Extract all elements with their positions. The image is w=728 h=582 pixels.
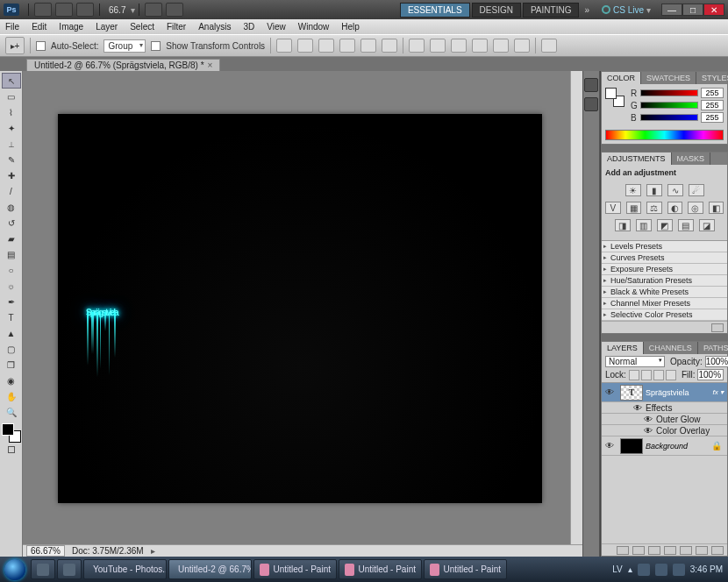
auto-select-mode[interactable]: Group (103, 39, 146, 53)
effect-color-overlay[interactable]: 👁Color Overlay (602, 425, 727, 436)
brightness-icon[interactable]: ☀ (625, 184, 641, 196)
preset-mixer[interactable]: Channel Mixer Presets (602, 298, 727, 309)
workspace-essentials[interactable]: ESSENTIALS (400, 3, 470, 18)
distribute-hcenter-icon[interactable] (493, 39, 509, 53)
distribute-left-icon[interactable] (472, 39, 488, 53)
blend-mode-select[interactable]: Normal (605, 356, 665, 367)
eraser-tool[interactable]: ▰ (2, 231, 21, 246)
quick-mask-icon[interactable] (8, 446, 15, 453)
tab-adjustments[interactable]: ADJUSTMENTS (602, 153, 672, 165)
clock[interactable]: 3:46 PM (690, 565, 723, 574)
show-transform-checkbox[interactable] (151, 41, 161, 51)
new-layer-icon[interactable] (696, 546, 708, 555)
pinned-explorer[interactable] (31, 559, 55, 579)
menu-image[interactable]: Image (59, 22, 83, 32)
menu-filter[interactable]: Filter (167, 22, 186, 32)
tab-channels[interactable]: CHANNELS (644, 342, 698, 354)
foreground-color-swatch[interactable] (2, 423, 14, 436)
history-panel-icon[interactable] (584, 78, 598, 92)
fill-value[interactable]: 100% (697, 369, 724, 380)
color-balance-icon[interactable]: ⚖ (646, 202, 662, 214)
effect-outer-glow[interactable]: 👁Outer Glow (602, 414, 727, 425)
hand-tool[interactable]: ✋ (2, 388, 21, 404)
document-canvas[interactable]: Sprägstviela (58, 114, 542, 503)
align-right-icon[interactable] (382, 39, 397, 53)
document-tab[interactable]: Untitled-2 @ 66.7% (Sprägstviela, RGB/8)… (26, 59, 220, 71)
volume-icon[interactable] (673, 564, 685, 576)
lock-all-icon[interactable] (666, 370, 676, 380)
arrange-docs-icon[interactable] (166, 3, 183, 17)
move-tool-icon[interactable]: ▸+ (5, 37, 25, 54)
visibility-icon[interactable]: 👁 (602, 441, 617, 451)
language-indicator[interactable]: LV (612, 564, 623, 574)
pinned-app[interactable] (57, 559, 82, 579)
tray-up-icon[interactable]: ▴ (628, 564, 632, 574)
posterize-icon[interactable]: ▥ (636, 219, 652, 231)
exposure-icon[interactable]: ☄ (689, 184, 704, 196)
bridge-icon[interactable] (34, 3, 52, 17)
r-value[interactable]: 255 (701, 88, 724, 98)
crop-tool[interactable]: ⟂ (2, 136, 21, 152)
menu-3d[interactable]: 3D (243, 22, 254, 32)
task-photoshop[interactable]: Untitled-2 @ 66.7%... (168, 559, 252, 579)
distribute-bottom-icon[interactable] (451, 39, 467, 53)
minibridge-icon[interactable] (55, 3, 73, 17)
layer-thumbnail[interactable]: T (620, 385, 643, 401)
cs-live-button[interactable]: CS Live▾ (602, 5, 651, 15)
align-left-icon[interactable] (339, 39, 355, 53)
task-youtube[interactable]: YouTube - Photos... (83, 559, 167, 579)
gradient-map-icon[interactable]: ▤ (678, 219, 694, 231)
shape-tool[interactable]: ▢ (2, 341, 21, 357)
menu-view[interactable]: View (267, 22, 286, 32)
tab-close-icon[interactable]: × (208, 60, 213, 70)
preset-hue[interactable]: Hue/Saturation Presets (602, 275, 727, 287)
preset-bw[interactable]: Black & White Presets (602, 287, 727, 298)
color-panel-swatches[interactable] (605, 88, 625, 107)
tray-icon[interactable] (638, 564, 650, 576)
delete-layer-icon[interactable] (711, 546, 724, 555)
zoom-display[interactable]: 66.7 (109, 5, 125, 15)
task-paint-1[interactable]: Untitled - Paint (253, 559, 337, 579)
layer-mask-icon[interactable] (648, 546, 660, 555)
auto-align-icon[interactable] (541, 39, 557, 53)
levels-icon[interactable]: ▮ (646, 184, 662, 196)
b-slider[interactable] (640, 114, 698, 121)
layer-background[interactable]: 👁 Background 🔒 (602, 436, 727, 456)
distribute-vcenter-icon[interactable] (430, 39, 446, 53)
group-icon[interactable] (680, 546, 692, 555)
preset-exposure[interactable]: Exposure Presets (602, 264, 727, 275)
workspace-design[interactable]: DESIGN (472, 3, 521, 18)
tray-icon[interactable] (655, 564, 667, 576)
3d-camera-tool[interactable]: ◉ (2, 373, 21, 388)
healing-tool[interactable]: ✚ (2, 167, 21, 183)
menu-select[interactable]: Select (130, 22, 154, 32)
start-button[interactable] (0, 557, 30, 582)
selective-color-icon[interactable]: ◪ (699, 219, 715, 231)
marquee-tool[interactable]: ▭ (2, 89, 21, 104)
spectrum-bar[interactable] (605, 130, 724, 140)
g-slider[interactable] (640, 102, 698, 109)
task-paint-3[interactable]: Untitled - Paint (424, 559, 507, 579)
hue-icon[interactable]: ▦ (626, 202, 642, 214)
move-tool[interactable]: ↖ (2, 73, 21, 89)
layer-thumbnail[interactable] (620, 438, 643, 454)
align-top-icon[interactable] (276, 39, 292, 53)
threshold-icon[interactable]: ◩ (657, 219, 673, 231)
pen-tool[interactable]: ✒ (2, 294, 21, 309)
window-close-button[interactable]: ✕ (703, 4, 724, 16)
distribute-top-icon[interactable] (409, 39, 425, 53)
fx-badge[interactable]: fx ▾ (713, 388, 724, 396)
auto-select-checkbox[interactable] (36, 41, 46, 51)
tab-color[interactable]: COLOR (602, 72, 641, 84)
dodge-tool[interactable]: ☼ (2, 278, 21, 294)
lasso-tool[interactable]: ⌇ (2, 104, 21, 120)
tab-paths[interactable]: PATHS (698, 342, 728, 354)
g-value[interactable]: 255 (701, 100, 724, 110)
adj-footer-icon[interactable] (711, 323, 724, 332)
tab-layers[interactable]: LAYERS (602, 342, 644, 354)
opacity-value[interactable]: 100% (705, 356, 728, 367)
adjustment-layer-icon[interactable] (664, 546, 676, 555)
tab-styles[interactable]: STYLES (696, 72, 728, 84)
effects-row[interactable]: 👁Effects (602, 402, 727, 414)
quick-select-tool[interactable]: ✦ (2, 120, 21, 136)
